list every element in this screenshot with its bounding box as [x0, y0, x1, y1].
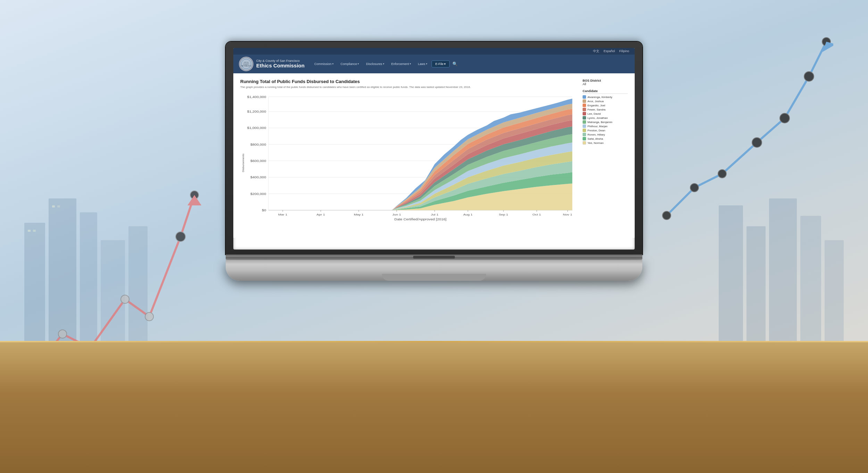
- city-seal: CITY & COUNTY SAN FRANCISCO: [239, 57, 253, 71]
- svg-point-24: [718, 170, 726, 178]
- svg-text:Sep 1: Sep 1: [499, 213, 508, 216]
- svg-rect-13: [825, 240, 844, 344]
- site-header: 中文 Español Filipino CITY & COUNTY: [233, 48, 635, 73]
- legend-item-ronen: Ronen, Hillary: [583, 133, 628, 136]
- svg-point-19: [176, 232, 185, 242]
- svg-text:Oct 1: Oct 1: [533, 213, 541, 216]
- legend-name-preston: Preston, Dean: [587, 129, 605, 132]
- svg-text:$1,400,000: $1,400,000: [247, 95, 266, 98]
- nav-enforcement[interactable]: Enforcement ▾: [389, 61, 414, 67]
- chart-container: Disbursements: [240, 93, 577, 232]
- chevron-down-icon: ▾: [426, 63, 427, 65]
- svg-text:Jun 1: Jun 1: [392, 213, 401, 216]
- legend-color-lyons: [583, 116, 586, 120]
- svg-text:$800,000: $800,000: [250, 143, 266, 146]
- chart-subtitle: The graph provides a running total of th…: [240, 85, 577, 89]
- legend-item-preston: Preston, Dean: [583, 129, 628, 132]
- legend-color-arce: [583, 99, 586, 103]
- legend-name-yee: Yee, Norman: [587, 141, 603, 145]
- search-icon[interactable]: 🔍: [451, 60, 459, 68]
- chevron-down-icon: ▾: [410, 63, 411, 65]
- bg-blue-arrow: [660, 21, 833, 229]
- svg-text:COUNTY: COUNTY: [243, 63, 249, 65]
- svg-text:May 1: May 1: [354, 213, 364, 216]
- org-main: Ethics Commission: [256, 63, 304, 69]
- svg-text:Apr 1: Apr 1: [316, 213, 325, 216]
- legend-item-engardio: Engardio, Joel: [583, 104, 628, 107]
- legend-color-lee: [583, 112, 586, 115]
- legend-color-matranga: [583, 120, 586, 124]
- legend-name-lee: Lee, David: [587, 112, 601, 115]
- chart-svg: $0 $200,000 $400,000 $600,000 $800,000 $…: [245, 93, 577, 232]
- y-axis-label: Disbursements: [240, 154, 245, 172]
- legend-color-preston: [583, 129, 586, 132]
- lang-filipino[interactable]: Filipino: [619, 49, 629, 53]
- svg-point-15: [58, 330, 67, 338]
- laptop-base: [226, 260, 642, 281]
- legend-color-alvarenga: [583, 95, 586, 99]
- legend-item-lyons: Lyons, Jonathan: [583, 116, 628, 120]
- svg-text:$0: $0: [262, 209, 266, 212]
- chevron-down-icon: ▾: [332, 63, 334, 65]
- svg-text:Mar 1: Mar 1: [278, 213, 287, 216]
- svg-text:Nov 1: Nov 1: [563, 213, 572, 216]
- site-content: Running Total of Public Funds Disbursed …: [233, 73, 635, 238]
- nav-efile-button[interactable]: E-File ▾: [432, 60, 450, 67]
- svg-point-27: [804, 72, 814, 81]
- legend-item-matranga: Matranga, Benjamin: [583, 120, 628, 124]
- legend-color-safai: [583, 137, 586, 140]
- legend-color-yee: [583, 141, 586, 145]
- bos-district-label: BOS District: [583, 79, 628, 82]
- legend-color-philhour: [583, 124, 586, 128]
- logo-area: CITY & COUNTY SAN FRANCISCO City & Count…: [239, 57, 304, 71]
- chart-area: Running Total of Public Funds Disbursed …: [240, 79, 577, 232]
- legend-name-lyons: Lyons, Jonathan: [587, 116, 608, 120]
- svg-marker-21: [187, 195, 201, 205]
- svg-text:Date Certified/Approved [2016]: Date Certified/Approved [2016]: [394, 218, 446, 221]
- legend-item-fewer: Fewer, Sandra: [583, 108, 628, 111]
- svg-point-26: [780, 113, 790, 123]
- svg-text:$400,000: $400,000: [250, 176, 266, 179]
- svg-text:$1,000,000: $1,000,000: [247, 127, 266, 130]
- legend-color-fewer: [583, 108, 586, 111]
- nav-commission[interactable]: Commission ▾: [311, 61, 336, 67]
- legend-item-yee: Yee, Norman: [583, 141, 628, 145]
- legend-name-ronen: Ronen, Hillary: [587, 133, 605, 136]
- svg-point-22: [662, 211, 671, 220]
- header-language-bar: 中文 Español Filipino: [233, 48, 635, 55]
- svg-text:$600,000: $600,000: [250, 159, 266, 162]
- nav-compliance[interactable]: Compliance ▾: [338, 61, 362, 67]
- legend-item-alvarenga: Alvarenga, Kimberly: [583, 95, 628, 99]
- legend-color-engardio: [583, 104, 586, 107]
- legend-item-lee: Lee, David: [583, 112, 628, 115]
- legend-name-engardio: Engardio, Joel: [587, 104, 605, 107]
- laptop: 中文 Español Filipino CITY & COUNTY: [226, 42, 642, 281]
- legend-name-philhour: Philhour, Marjan: [587, 125, 608, 128]
- screen-bezel: 中文 Español Filipino CITY & COUNTY: [226, 42, 642, 254]
- chart-plot: $0 $200,000 $400,000 $600,000 $800,000 $…: [245, 93, 577, 232]
- svg-rect-10: [746, 226, 766, 344]
- logo-text: City & County of San Francisco Ethics Co…: [256, 59, 304, 69]
- legend-name-matranga: Matranga, Benjamin: [587, 121, 612, 124]
- svg-point-23: [690, 184, 699, 192]
- lang-spanish[interactable]: Español: [603, 49, 615, 53]
- svg-point-17: [121, 295, 129, 303]
- nav-disclosures[interactable]: Disclosures ▾: [363, 61, 387, 67]
- bos-district-filter: BOS District All: [583, 79, 628, 86]
- chevron-down-icon: ▾: [444, 62, 446, 66]
- legend-name-fewer: Fewer, Sandra: [587, 108, 606, 111]
- legend-item-safai: Safai, Ahsha: [583, 137, 628, 140]
- svg-text:Aug 1: Aug 1: [463, 213, 473, 216]
- chevron-down-icon: ▾: [383, 63, 384, 65]
- lang-chinese[interactable]: 中文: [593, 49, 599, 53]
- legend-name-arce: Arce, Joshua: [587, 100, 604, 103]
- bos-district-value: All: [583, 82, 628, 86]
- nav-laws[interactable]: Laws ▾: [415, 61, 430, 67]
- laptop-hinge: [226, 254, 642, 260]
- chevron-down-icon: ▾: [358, 63, 359, 65]
- svg-text:$1,200,000: $1,200,000: [247, 110, 266, 113]
- legend-name-alvarenga: Alvarenga, Kimberly: [587, 96, 612, 99]
- svg-rect-12: [800, 216, 821, 344]
- screen: 中文 Español Filipino CITY & COUNTY: [233, 48, 635, 250]
- header-main: CITY & COUNTY SAN FRANCISCO City & Count…: [233, 55, 635, 73]
